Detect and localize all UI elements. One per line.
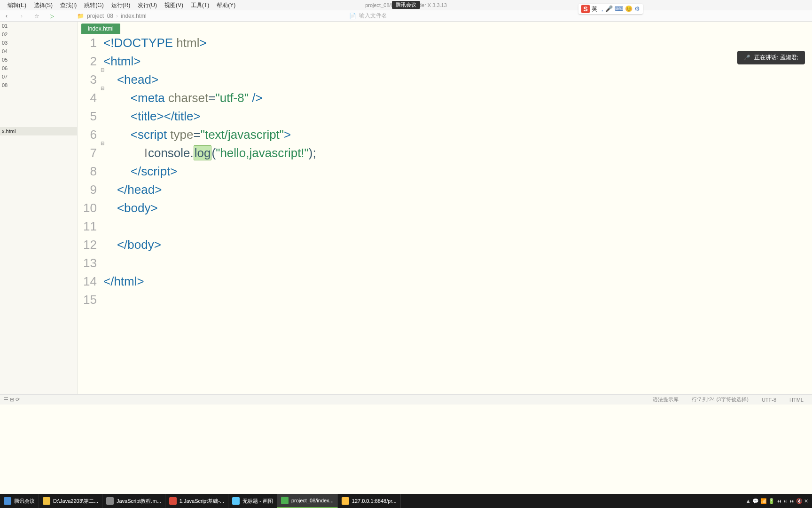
sogou-logo-icon: S bbox=[581, 5, 590, 13]
menu-item[interactable]: 帮助(Y) bbox=[213, 2, 239, 8]
taskbar-item[interactable]: 无标题 - 画图 bbox=[228, 494, 277, 508]
code-line[interactable]: <body> bbox=[103, 199, 812, 217]
breadcrumb-file[interactable]: index.html bbox=[121, 13, 147, 19]
code-line[interactable] bbox=[103, 254, 812, 272]
menu-item[interactable]: 选择(S) bbox=[30, 2, 56, 8]
line-number: 1 bbox=[78, 34, 99, 52]
taskbar-item[interactable]: D:\Java2203\第二... bbox=[39, 494, 102, 508]
sidebar-item[interactable]: 04 bbox=[0, 47, 77, 56]
line-number: 7 bbox=[78, 144, 99, 162]
meeting-overlay-badge: 腾讯会议 bbox=[392, 1, 420, 9]
taskbar-item[interactable]: 腾讯会议 bbox=[0, 494, 39, 508]
code-line[interactable] bbox=[103, 291, 812, 309]
code-line[interactable]: <head> bbox=[103, 71, 812, 89]
ime-icons[interactable]: ，🎤 ⌨ 😊 ⚙ bbox=[599, 5, 640, 13]
sidebar-item[interactable]: 03 bbox=[0, 39, 77, 47]
back-button[interactable]: ‹ bbox=[2, 11, 11, 21]
taskbar-item[interactable]: 1.JavaScript基础-... bbox=[165, 494, 228, 508]
line-number: 11 bbox=[78, 217, 99, 236]
line-number: 15 bbox=[78, 291, 99, 309]
sidebar-item[interactable]: 01 bbox=[0, 22, 77, 30]
favorite-button[interactable]: ☆ bbox=[32, 11, 41, 21]
code-line[interactable]: </head> bbox=[103, 181, 812, 199]
app-icon bbox=[4, 497, 11, 505]
sidebar-item[interactable]: 07 bbox=[0, 72, 77, 81]
line-number: 2⊟ bbox=[78, 52, 99, 71]
line-number: 5 bbox=[78, 107, 99, 126]
line-number: 9 bbox=[78, 181, 99, 199]
app-icon bbox=[342, 497, 349, 505]
taskbar-item[interactable]: JavaScript教程.m... bbox=[102, 494, 165, 508]
menu-item[interactable]: 编辑(E) bbox=[4, 2, 30, 8]
status-left-icons[interactable]: ☰ ⊞ ⟳ bbox=[4, 397, 20, 403]
line-number: 13 bbox=[78, 254, 99, 272]
menu-item[interactable]: 发行(U) bbox=[134, 2, 161, 8]
menu-item[interactable]: 跳转(G) bbox=[80, 2, 107, 8]
status-encoding[interactable]: UTF-8 bbox=[757, 397, 781, 403]
run-button[interactable]: ▷ bbox=[47, 11, 56, 21]
app-icon bbox=[43, 497, 50, 505]
code-line[interactable]: <html> bbox=[103, 52, 812, 71]
editor-tabs: index.html bbox=[78, 22, 812, 34]
code-line[interactable]: <script type="text/javascript"> bbox=[103, 126, 812, 144]
sidebar-item[interactable]: 02 bbox=[0, 30, 77, 39]
code-line[interactable]: </html> bbox=[103, 272, 812, 291]
menu-item[interactable]: 视图(V) bbox=[161, 2, 187, 8]
app-icon bbox=[106, 497, 114, 505]
code-line[interactable]: <title></title> bbox=[103, 107, 812, 126]
menu-item[interactable]: 查找(I) bbox=[56, 2, 80, 8]
sidebar-item[interactable]: 05 bbox=[0, 56, 77, 64]
line-number: 14 bbox=[78, 272, 99, 291]
status-lang[interactable]: HTML bbox=[785, 397, 808, 403]
tab-index-html[interactable]: index.html bbox=[81, 24, 120, 34]
code-editor[interactable]: 12⊟3⊟456⊟789101112131415 <!DOCTYPE html>… bbox=[78, 34, 812, 394]
new-file-icon: 📄 bbox=[349, 13, 356, 19]
breadcrumb: 📁 project_08 › index.html bbox=[77, 13, 147, 19]
breadcrumb-project[interactable]: project_08 bbox=[87, 13, 113, 19]
line-number: 8 bbox=[78, 162, 99, 181]
line-number: 6⊟ bbox=[78, 126, 99, 144]
status-cursor-pos: 行:7 列:24 (3字符被选择) bbox=[687, 396, 753, 403]
toolbar: ‹ › ☆ ▷ 📁 project_08 › index.html 📄 输入文件… bbox=[0, 10, 812, 22]
speaking-indicator: 正在讲话: 孟淑君; bbox=[737, 51, 805, 64]
menu-bar: 编辑(E)选择(S)查找(I)跳转(G)运行(R)发行(U)视图(V)工具(T)… bbox=[0, 0, 812, 10]
line-gutter: 12⊟3⊟456⊟789101112131415 bbox=[78, 34, 103, 394]
windows-taskbar: 腾讯会议D:\Java2203\第二...JavaScript教程.m...1.… bbox=[0, 494, 812, 508]
line-number: 10 bbox=[78, 199, 99, 217]
sidebar-item[interactable]: 08 bbox=[0, 81, 77, 89]
code-line[interactable]: Iconsole.log("hello,javascript!"); bbox=[103, 144, 812, 162]
forward-button[interactable]: › bbox=[17, 11, 26, 21]
app-icon bbox=[232, 497, 240, 505]
filename-search[interactable]: 📄 输入文件名 bbox=[349, 12, 387, 20]
ime-toolbar[interactable]: S 英 ，🎤 ⌨ 😊 ⚙ bbox=[578, 4, 643, 14]
menu-item[interactable]: 运行(R) bbox=[108, 2, 134, 8]
taskbar-item[interactable]: project_08/index... bbox=[277, 494, 338, 508]
taskbar-item[interactable]: 127.0.0.1:8848/pr... bbox=[338, 494, 401, 508]
code-content[interactable]: <!DOCTYPE html><html> <head> <meta chars… bbox=[103, 34, 812, 394]
sidebar-active-file[interactable]: x.html bbox=[0, 127, 77, 135]
app-icon bbox=[169, 497, 177, 505]
status-bar: ☰ ⊞ ⟳ 语法提示库 行:7 列:24 (3字符被选择) UTF-8 HTML bbox=[0, 394, 812, 405]
line-number: 3⊟ bbox=[78, 71, 99, 89]
code-line[interactable] bbox=[103, 217, 812, 236]
ime-lang[interactable]: 英 bbox=[592, 5, 597, 13]
status-syntax[interactable]: 语法提示库 bbox=[648, 396, 683, 403]
code-line[interactable]: <meta charset="utf-8" /> bbox=[103, 89, 812, 107]
system-tray[interactable]: ▲ 💬 📶 🔋 ⏮ ⏯ ⏭ 🔇 ✕ bbox=[746, 498, 812, 504]
code-line[interactable]: </body> bbox=[103, 236, 812, 254]
code-line[interactable]: <!DOCTYPE html> bbox=[103, 34, 812, 52]
sidebar-item[interactable]: 06 bbox=[0, 64, 77, 72]
line-number: 4 bbox=[78, 89, 99, 107]
line-number: 12 bbox=[78, 236, 99, 254]
folder-icon: 📁 bbox=[77, 13, 84, 19]
menu-item[interactable]: 工具(T) bbox=[187, 2, 213, 8]
code-line[interactable]: </script> bbox=[103, 162, 812, 181]
file-explorer-sidebar: 0102030405060708 x.html bbox=[0, 22, 78, 394]
app-icon bbox=[281, 497, 289, 504]
